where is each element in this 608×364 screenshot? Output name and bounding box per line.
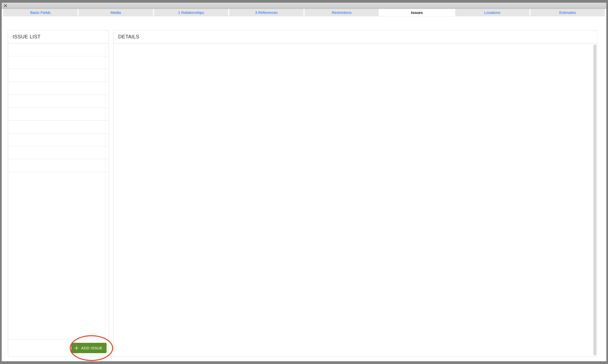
issue-row[interactable] — [8, 134, 109, 146]
tab-media[interactable]: Media — [79, 9, 153, 16]
content-area: ISSUE LIST — [2, 16, 606, 361]
app-shell: Basic FieldsMedia1 Relationships3 Refere… — [2, 3, 606, 361]
close-icon[interactable] — [4, 4, 7, 7]
issue-list-title: ISSUE LIST — [8, 30, 109, 43]
tabstrip: Basic FieldsMedia1 Relationships3 Refere… — [2, 9, 606, 16]
tab-estimates[interactable]: Estimates — [530, 9, 605, 16]
issue-row[interactable] — [8, 159, 109, 172]
issue-row[interactable] — [8, 108, 109, 121]
titlebar — [2, 3, 606, 9]
plus-icon — [74, 346, 79, 350]
details-scrollbar[interactable] — [593, 44, 596, 355]
details-panel: DETAILS — [113, 30, 597, 357]
issue-list-body — [8, 43, 109, 339]
issue-row[interactable] — [8, 82, 109, 95]
issue-list-footer: ADD ISSUE — [8, 339, 109, 356]
details-title: DETAILS — [114, 30, 597, 43]
issue-list-scrollbar[interactable] — [105, 43, 109, 339]
content-inner: ISSUE LIST — [8, 30, 597, 357]
add-issue-button[interactable]: ADD ISSUE — [71, 343, 107, 353]
tab-basic-fields[interactable]: Basic Fields — [3, 9, 78, 16]
tab-1-relationships[interactable]: 1 Relationships — [154, 9, 228, 16]
add-issue-label: ADD ISSUE — [81, 346, 103, 350]
tab-issues[interactable]: Issues — [380, 9, 454, 16]
tab-restrictions[interactable]: Restrictions — [305, 9, 379, 16]
issue-row[interactable] — [8, 95, 109, 108]
tab-3-references[interactable]: 3 References — [229, 9, 303, 16]
issue-list-panel: ISSUE LIST — [8, 30, 109, 357]
details-body — [114, 43, 597, 356]
issue-row[interactable] — [8, 121, 109, 134]
issue-row[interactable] — [8, 56, 109, 69]
issue-row[interactable] — [8, 146, 109, 159]
issue-row[interactable] — [8, 43, 109, 56]
issue-row[interactable] — [8, 69, 109, 82]
tab-locations[interactable]: Locations — [455, 9, 529, 16]
